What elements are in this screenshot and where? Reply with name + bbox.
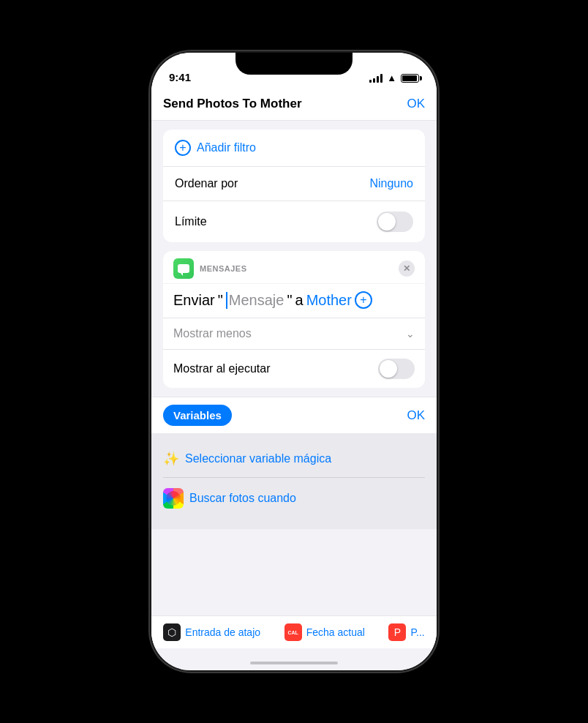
send-row-content: Enviar " Mensaje " a Mother + [173, 291, 415, 309]
add-filter-label: Añadir filtro [197, 141, 256, 154]
limit-toggle[interactable] [377, 211, 413, 232]
entrada-icon: ⬡ [163, 623, 181, 641]
shortcuts-bar: ⬡ Entrada de atajo CAL Fecha actual P P.… [151, 615, 437, 648]
sort-row[interactable]: Ordenar por Ninguno [163, 167, 425, 201]
magic-wand-icon: ✨ [163, 451, 179, 467]
home-indicator [250, 662, 338, 664]
status-icons: ▲ [369, 72, 419, 83]
limit-label: Límite [175, 215, 207, 228]
variables-bar: Variables OK [151, 397, 437, 433]
add-recipient-button[interactable]: + [355, 291, 372, 309]
entrada-label: Entrada de atajo [185, 626, 260, 638]
photos-icon-inner [166, 491, 181, 506]
notch [235, 53, 353, 75]
recipient-tag[interactable]: Mother [306, 292, 352, 309]
add-filter-icon: + [175, 140, 191, 156]
show-on-run-toggle-knob [380, 360, 397, 378]
variables-ok-button[interactable]: OK [407, 408, 425, 423]
limit-row[interactable]: Límite [163, 201, 425, 242]
messages-header-left: MENSAJES [173, 258, 247, 279]
messages-section-label: MENSAJES [200, 264, 247, 273]
p-icon: P [388, 623, 406, 641]
toggle-knob [378, 213, 396, 231]
battery-icon [401, 74, 419, 83]
header-ok-button[interactable]: OK [407, 97, 425, 111]
show-on-run-row[interactable]: Mostrar al ejecutar [163, 350, 425, 388]
sort-value: Ninguno [369, 177, 413, 190]
phone-frame: 9:41 ▲ Send Photos To Mother OK + Añadi [151, 53, 437, 670]
send-label: Enviar [173, 292, 215, 309]
signal-icon [369, 74, 382, 83]
shortcut-entrada[interactable]: ⬡ Entrada de atajo [163, 623, 260, 641]
show-less-label: Mostrar menos [173, 327, 252, 340]
message-input[interactable]: Mensaje [226, 292, 284, 309]
page-title: Send Photos To Mother [163, 97, 302, 111]
shortcut-p[interactable]: P P... [388, 623, 424, 641]
photo-variable-row[interactable]: Buscar fotos cuando [163, 478, 425, 519]
show-on-run-toggle[interactable] [378, 359, 415, 379]
sort-label: Ordenar por [175, 177, 238, 190]
send-message-row: Enviar " Mensaje " a Mother + [163, 284, 425, 318]
a-label: a [295, 292, 304, 309]
chevron-down-icon: ⌄ [406, 328, 415, 340]
filter-card: + Añadir filtro Ordenar por Ninguno Lími… [163, 130, 425, 242]
fecha-icon: CAL [284, 623, 302, 641]
wifi-icon: ▲ [387, 72, 396, 83]
variables-pill[interactable]: Variables [163, 405, 232, 426]
quote-close: " [287, 292, 292, 309]
messages-close-button[interactable]: ✕ [399, 261, 415, 277]
p-label: P... [410, 626, 424, 638]
add-filter-row[interactable]: + Añadir filtro [163, 130, 425, 167]
shortcut-fecha[interactable]: CAL Fecha actual [284, 623, 365, 641]
status-time: 9:41 [169, 71, 191, 83]
magic-variable-label: Seleccionar variable mágica [185, 452, 331, 465]
messages-app-icon [173, 258, 194, 279]
navigation-header: Send Photos To Mother OK [151, 88, 437, 121]
photos-app-icon [163, 488, 184, 509]
variable-picker: ✨ Seleccionar variable mágica Buscar fot… [151, 433, 437, 529]
show-less-row[interactable]: Mostrar menos ⌄ [163, 318, 425, 350]
messages-card-header: MENSAJES ✕ [163, 251, 425, 284]
magic-variable-row[interactable]: ✨ Seleccionar variable mágica [163, 443, 425, 478]
photo-variable-label: Buscar fotos cuando [189, 492, 296, 505]
content-area: Send Photos To Mother OK + Añadir filtro… [151, 88, 437, 670]
show-on-run-label: Mostrar al ejecutar [173, 362, 271, 375]
quote-open: " [218, 292, 223, 309]
messages-card: MENSAJES ✕ Enviar " Mensaje " a Mother +… [163, 251, 425, 388]
fecha-label: Fecha actual [306, 626, 365, 638]
messages-bubble-icon [178, 264, 189, 273]
